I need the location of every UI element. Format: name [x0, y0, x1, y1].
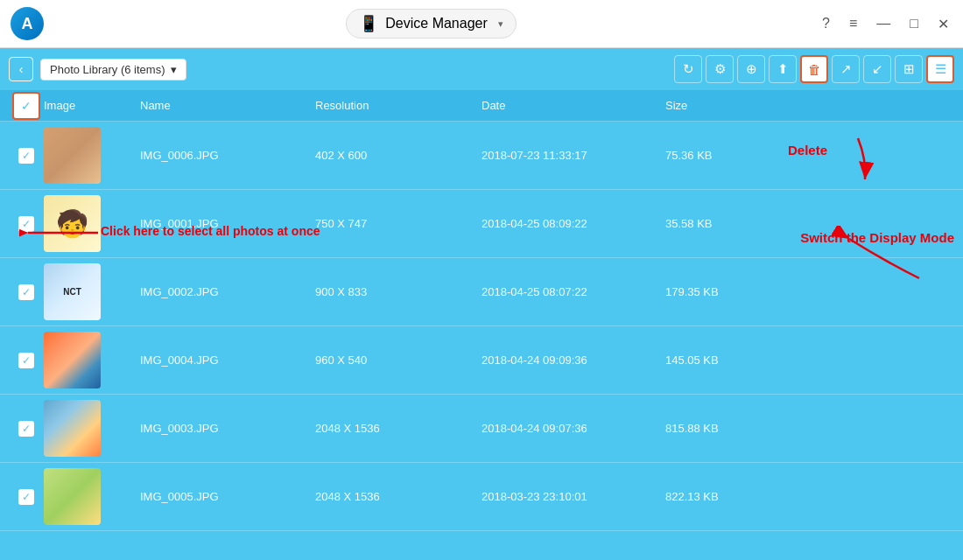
- row-name: IMG_0005.JPG: [140, 490, 315, 503]
- row-checkbox-cell: ✓: [9, 284, 44, 300]
- app-logo: A: [11, 7, 44, 40]
- thumbnail: [44, 127, 101, 184]
- thumbnail: 🧒: [44, 195, 101, 252]
- row-thumbnail-cell: [44, 468, 140, 525]
- settings-icon: ⚙: [714, 61, 726, 77]
- row-checkbox[interactable]: ✓: [18, 284, 34, 300]
- export-icon: ↗: [840, 61, 852, 77]
- row-size: 179.35 KB: [665, 285, 954, 298]
- row-checkbox[interactable]: ✓: [18, 421, 34, 437]
- table-row[interactable]: ✓🧒IMG_0001.JPG750 X 7472018-04-25 08:09:…: [0, 190, 963, 258]
- row-size: 75.36 KB: [665, 149, 954, 162]
- delete-icon: 🗑: [808, 62, 821, 77]
- grid-icon: ⊞: [903, 61, 915, 77]
- column-header-image: Image: [44, 99, 140, 112]
- add-icon: ⊕: [746, 61, 757, 77]
- library-label: Photo Library (6 items): [50, 63, 165, 76]
- delete-button[interactable]: 🗑: [800, 55, 828, 83]
- row-date: 2018-04-24 09:09:36: [482, 354, 665, 367]
- row-resolution: 402 X 600: [315, 149, 482, 162]
- row-thumbnail-cell: [44, 400, 140, 457]
- settings-button[interactable]: ⚙: [706, 55, 734, 83]
- import-button[interactable]: ↙: [863, 55, 891, 83]
- row-checkbox[interactable]: ✓: [18, 353, 34, 368]
- minimize-button[interactable]: —: [873, 14, 894, 33]
- restore-button[interactable]: □: [906, 14, 922, 33]
- row-resolution: 750 X 747: [315, 217, 482, 230]
- row-thumbnail-cell: NCT: [44, 263, 140, 320]
- select-all-checkbox[interactable]: ✓: [12, 92, 40, 120]
- row-thumbnail-cell: 🧒: [44, 195, 140, 252]
- row-resolution: 960 X 540: [315, 354, 482, 367]
- column-header-resolution: Resolution: [315, 99, 482, 112]
- list-icon: ☰: [935, 61, 946, 77]
- export-button[interactable]: ↗: [832, 55, 860, 83]
- menu-button[interactable]: ≡: [846, 14, 861, 33]
- refresh-icon: ↻: [683, 61, 694, 77]
- table-header: ✓ Image Name Resolution Date Size: [0, 90, 963, 122]
- window-controls: ? ≡ — □ ✕: [819, 14, 952, 34]
- refresh-button[interactable]: ↻: [674, 55, 702, 83]
- title-bar: A 📱 Device Manager ▾ ? ≡ — □ ✕: [0, 0, 963, 48]
- thumbnail: [44, 400, 101, 457]
- row-date: 2018-07-23 11:33:17: [482, 149, 665, 162]
- back-button[interactable]: ‹: [9, 57, 33, 81]
- row-checkbox[interactable]: ✓: [18, 489, 34, 505]
- column-header-name: Name: [140, 99, 315, 112]
- row-date: 2018-04-25 08:07:22: [482, 285, 665, 298]
- row-name: IMG_0002.JPG: [140, 285, 315, 298]
- row-thumbnail-cell: [44, 332, 140, 388]
- row-thumbnail-cell: [44, 127, 140, 184]
- toolbar: ‹ Photo Library (6 items) ▾ ↻ ⚙ ⊕ ⬆ 🗑 ↗ …: [0, 48, 963, 90]
- list-view-button[interactable]: ☰: [926, 55, 954, 83]
- thumbnail: NCT: [44, 263, 101, 320]
- row-name: IMG_0004.JPG: [140, 354, 315, 367]
- title-bar-left: A: [11, 7, 44, 40]
- device-icon: 📱: [359, 14, 378, 33]
- grid-view-button[interactable]: ⊞: [895, 55, 923, 83]
- row-name: IMG_0003.JPG: [140, 422, 315, 435]
- device-manager-button[interactable]: 📱 Device Manager ▾: [346, 9, 517, 38]
- library-selector[interactable]: Photo Library (6 items) ▾: [40, 59, 186, 80]
- row-checkbox-cell: ✓: [9, 489, 44, 505]
- row-resolution: 2048 X 1536: [315, 490, 482, 503]
- table-row[interactable]: ✓IMG_0003.JPG2048 X 15362018-04-24 09:07…: [0, 395, 963, 463]
- row-checkbox[interactable]: ✓: [18, 216, 34, 232]
- table-body: ✓IMG_0006.JPG402 X 6002018-07-23 11:33:1…: [0, 122, 963, 531]
- row-checkbox-cell: ✓: [9, 148, 44, 164]
- table-row[interactable]: ✓IMG_0006.JPG402 X 6002018-07-23 11:33:1…: [0, 122, 963, 190]
- add-button[interactable]: ⊕: [737, 55, 765, 83]
- row-size: 145.05 KB: [665, 354, 954, 367]
- row-checkbox[interactable]: ✓: [18, 148, 34, 164]
- upload-icon: ⬆: [777, 61, 789, 77]
- row-date: 2018-04-24 09:07:36: [482, 422, 665, 435]
- thumbnail: [44, 468, 101, 525]
- title-text: Device Manager: [385, 16, 488, 32]
- row-checkbox-cell: ✓: [9, 353, 44, 368]
- column-header-date: Date: [482, 99, 665, 112]
- back-icon: ‹: [19, 62, 24, 76]
- import-icon: ↙: [872, 61, 883, 77]
- row-size: 815.88 KB: [665, 422, 954, 435]
- toolbar-right: ↻ ⚙ ⊕ ⬆ 🗑 ↗ ↙ ⊞ ☰: [674, 55, 954, 83]
- row-resolution: 900 X 833: [315, 285, 482, 298]
- table-row[interactable]: ✓IMG_0005.JPG2048 X 15362018-03-23 23:10…: [0, 463, 963, 531]
- row-date: 2018-03-23 23:10:01: [482, 490, 665, 503]
- row-size: 35.58 KB: [665, 217, 954, 230]
- upload-button[interactable]: ⬆: [769, 55, 797, 83]
- close-button[interactable]: ✕: [934, 14, 952, 34]
- help-button[interactable]: ?: [819, 14, 833, 33]
- table-row[interactable]: ✓IMG_0004.JPG960 X 5402018-04-24 09:09:3…: [0, 326, 963, 395]
- row-date: 2018-04-25 08:09:22: [482, 217, 665, 230]
- row-checkbox-cell: ✓: [9, 216, 44, 232]
- row-size: 822.13 KB: [665, 490, 954, 503]
- title-dropdown-arrow: ▾: [498, 18, 503, 30]
- row-checkbox-cell: ✓: [9, 421, 44, 437]
- row-resolution: 2048 X 1536: [315, 422, 482, 435]
- select-all-cell: ✓: [9, 92, 44, 120]
- logo-letter: A: [22, 15, 33, 33]
- main-content: Delete Switch the Display Mode ✓ Image N…: [0, 90, 963, 560]
- table-row[interactable]: ✓NCTIMG_0002.JPG900 X 8332018-04-25 08:0…: [0, 258, 963, 326]
- select-all-checkmark: ✓: [21, 99, 32, 113]
- library-dropdown-arrow: ▾: [171, 63, 177, 76]
